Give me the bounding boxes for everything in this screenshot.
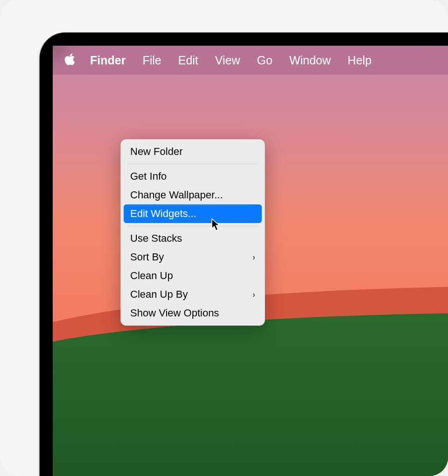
- cursor-pointer-icon: [211, 218, 221, 231]
- menu-item-label: Use Stacks: [130, 232, 182, 245]
- menubar-item-view[interactable]: View: [207, 51, 249, 70]
- menu-item-edit-widgets[interactable]: Edit Widgets...: [124, 204, 262, 223]
- menu-item-label: Clean Up: [130, 270, 173, 282]
- menu-item-clean-up-by[interactable]: Clean Up By ›: [124, 285, 262, 304]
- apple-menu-icon[interactable]: [64, 52, 87, 68]
- desktop-context-menu: New Folder Get Info Change Wallpaper... …: [120, 139, 265, 326]
- menu-item-label: Clean Up By: [130, 288, 188, 301]
- menu-item-use-stacks[interactable]: Use Stacks: [124, 229, 262, 248]
- menu-separator: [127, 226, 258, 226]
- desktop-screen[interactable]: Finder File Edit View Go Window Help New…: [53, 46, 448, 476]
- menu-item-label: New Folder: [130, 146, 182, 158]
- menu-item-label: Edit Widgets...: [130, 208, 196, 220]
- menu-item-clean-up[interactable]: Clean Up: [124, 266, 262, 285]
- menu-item-change-wallpaper[interactable]: Change Wallpaper...: [124, 186, 262, 204]
- menubar-item-go[interactable]: Go: [249, 51, 281, 70]
- menu-item-label: Sort By: [130, 251, 164, 263]
- menubar-item-window[interactable]: Window: [281, 51, 339, 70]
- menubar-item-edit[interactable]: Edit: [170, 51, 207, 70]
- menu-separator: [127, 164, 258, 164]
- device-bezel: Finder File Edit View Go Window Help New…: [40, 33, 448, 476]
- chevron-right-icon: ›: [252, 252, 255, 262]
- menu-item-show-view-options[interactable]: Show View Options: [124, 304, 262, 322]
- chevron-right-icon: ›: [252, 290, 255, 300]
- menu-item-label: Change Wallpaper...: [130, 189, 223, 201]
- menubar: Finder File Edit View Go Window Help: [53, 46, 448, 75]
- menu-item-label: Get Info: [130, 170, 167, 182]
- menu-item-new-folder[interactable]: New Folder: [124, 142, 262, 161]
- menubar-item-file[interactable]: File: [134, 51, 169, 70]
- outer-frame: Finder File Edit View Go Window Help New…: [0, 0, 448, 476]
- menu-item-label: Show View Options: [130, 307, 219, 319]
- wallpaper-band-green: [53, 313, 448, 476]
- menu-item-get-info[interactable]: Get Info: [124, 167, 262, 186]
- menubar-item-help[interactable]: Help: [339, 51, 380, 70]
- menubar-app-name[interactable]: Finder: [87, 51, 134, 70]
- menu-item-sort-by[interactable]: Sort By ›: [124, 248, 262, 266]
